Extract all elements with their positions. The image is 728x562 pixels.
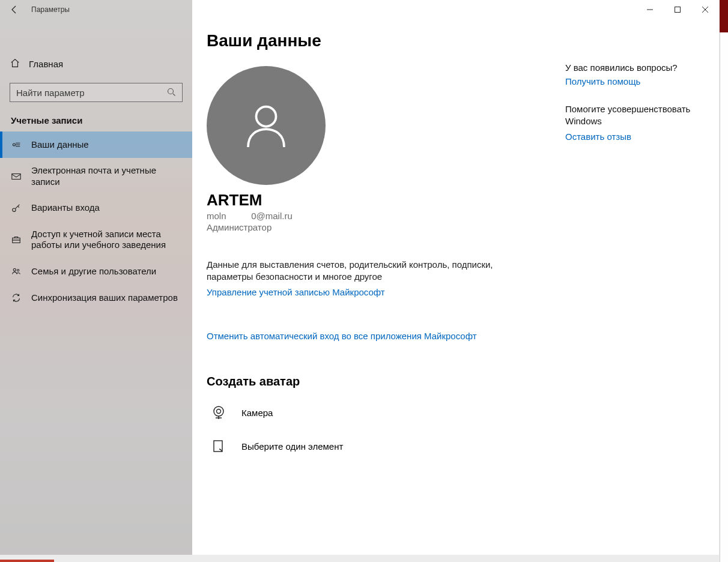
avatar-option-browse[interactable]: Выберите один элемент bbox=[207, 438, 719, 456]
svg-rect-7 bbox=[675, 7, 681, 13]
manage-account-link[interactable]: Управление учетной записью Майкрософт bbox=[207, 287, 495, 297]
briefcase-icon bbox=[11, 234, 22, 245]
svg-point-6 bbox=[17, 270, 19, 271]
key-icon bbox=[11, 203, 22, 214]
id-card-icon bbox=[11, 139, 22, 150]
search-icon bbox=[166, 87, 176, 98]
person-icon bbox=[237, 97, 295, 154]
maximize-button[interactable] bbox=[664, 0, 691, 19]
user-role: Администратор bbox=[207, 222, 719, 232]
window-controls bbox=[636, 0, 719, 19]
avatar-option-camera[interactable]: Камера bbox=[207, 404, 719, 422]
sidebar-item-signin-options[interactable]: Варианты входа bbox=[0, 195, 192, 222]
sidebar-item-label: Варианты входа bbox=[31, 202, 183, 214]
minimize-button[interactable] bbox=[636, 0, 664, 19]
background-window-strip bbox=[720, 0, 728, 562]
account-blurb: Данные для выставления счетов, родительс… bbox=[207, 259, 495, 283]
svg-rect-2 bbox=[12, 174, 20, 179]
sidebar-item-email-accounts[interactable]: Электронная почта и учетные записи bbox=[0, 158, 192, 195]
window-title: Параметры bbox=[31, 5, 70, 14]
sidebar-section-title: Учетные записи bbox=[0, 102, 192, 131]
svg-point-5 bbox=[13, 268, 16, 271]
titlebar: Параметры bbox=[0, 0, 192, 19]
camera-icon bbox=[207, 404, 231, 422]
svg-point-3 bbox=[13, 208, 16, 211]
create-avatar-heading: Создать аватар bbox=[207, 375, 719, 388]
avatar-option-label: Камера bbox=[241, 408, 273, 418]
page-title: Ваши данные bbox=[207, 31, 719, 50]
background-window-titlebar bbox=[720, 0, 728, 32]
svg-point-1 bbox=[13, 144, 15, 146]
sidebar-item-label: Доступ к учетной записи места работы или… bbox=[31, 229, 183, 252]
people-icon bbox=[11, 266, 22, 277]
sidebar-item-label: Электронная почта и учетные записи bbox=[31, 165, 183, 188]
sync-icon bbox=[11, 292, 22, 303]
svg-point-8 bbox=[256, 107, 276, 127]
home-icon bbox=[10, 58, 20, 70]
sidebar-item-sync[interactable]: Синхронизация ваших параметров bbox=[0, 285, 192, 311]
sidebar-item-label: Ваши данные bbox=[31, 139, 183, 151]
get-help-link[interactable]: Получить помощь bbox=[565, 76, 697, 86]
svg-point-9 bbox=[214, 406, 223, 416]
sidebar-item-your-info[interactable]: Ваши данные bbox=[0, 131, 192, 158]
browse-file-icon bbox=[207, 438, 231, 456]
search-input[interactable] bbox=[16, 88, 166, 98]
settings-window: Параметры Главная Учетные записи bbox=[0, 0, 719, 555]
username: ARTEM bbox=[207, 191, 719, 210]
search-box[interactable] bbox=[10, 83, 183, 102]
home-label: Главная bbox=[29, 59, 63, 69]
home-nav[interactable]: Главная bbox=[0, 52, 192, 76]
main-content: Ваши данные ARTEM moln 0@mail.ru Админис… bbox=[192, 0, 719, 555]
close-button[interactable] bbox=[691, 0, 719, 19]
sidebar-item-label: Семья и другие пользователи bbox=[31, 266, 183, 277]
cancel-autosignin-link[interactable]: Отменить автоматический вход во все прил… bbox=[207, 331, 495, 341]
help-panel: У вас появились вопросы? Получить помощь… bbox=[565, 62, 697, 142]
feedback-link[interactable]: Оставить отзыв bbox=[565, 131, 697, 142]
svg-point-0 bbox=[168, 88, 174, 94]
sidebar: Параметры Главная Учетные записи bbox=[0, 0, 192, 555]
user-email: moln 0@mail.ru bbox=[207, 211, 719, 221]
taskbar-app-underline bbox=[0, 560, 54, 562]
improve-heading: Помогите усовершенствовать Windows bbox=[565, 103, 697, 128]
arrow-left-icon bbox=[10, 5, 19, 14]
help-heading: У вас появились вопросы? bbox=[565, 62, 697, 73]
sidebar-nav: Ваши данные Электронная почта и учетные … bbox=[0, 131, 192, 311]
avatar bbox=[207, 66, 326, 185]
svg-point-10 bbox=[217, 409, 221, 413]
sidebar-item-label: Синхронизация ваших параметров bbox=[31, 292, 183, 304]
back-button[interactable] bbox=[0, 0, 29, 19]
avatar-option-label: Выберите один элемент bbox=[241, 441, 343, 452]
sidebar-item-work-access[interactable]: Доступ к учетной записи места работы или… bbox=[0, 222, 192, 259]
mail-icon bbox=[11, 171, 22, 182]
sidebar-item-family[interactable]: Семья и другие пользователи bbox=[0, 258, 192, 285]
